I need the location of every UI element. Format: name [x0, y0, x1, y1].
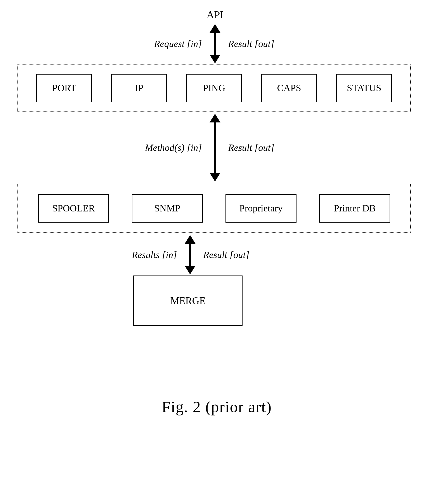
port-box: PORT — [36, 74, 92, 102]
status-box: STATUS — [336, 74, 392, 102]
methods-container: SPOOLER SNMP Proprietary Printer DB — [18, 184, 411, 233]
arrow2-left-label: Method(s) [in] — [145, 142, 202, 153]
ping-box: PING — [186, 74, 242, 102]
arrow3-right-label: Result [out] — [203, 249, 249, 261]
proprietary-box: Proprietary — [226, 194, 297, 223]
spooler-box: SPOOLER — [38, 194, 109, 223]
printerdb-box: Printer DB — [319, 194, 390, 223]
ip-box: IP — [111, 74, 167, 102]
arrow-bottom-to-merge: Results [in] Result [out] — [188, 235, 192, 274]
double-arrow-icon — [213, 114, 217, 181]
figure-caption: Fig. 2 (prior art) — [162, 398, 272, 416]
arrow-top-to-bottom: Method(s) [in] Result [out] — [213, 114, 217, 181]
arrow1-right-label: Result [out] — [228, 38, 274, 49]
snmp-box: SNMP — [132, 194, 203, 223]
merge-box: MERGE — [133, 276, 243, 326]
caps-box: CAPS — [261, 74, 317, 102]
arrow1-left-label: Request [in] — [154, 38, 202, 49]
double-arrow-icon — [188, 235, 192, 274]
api-label: API — [206, 9, 223, 21]
arrow3-left-label: Results [in] — [132, 249, 177, 261]
arrow-api-to-top: Request [in] Result [out] — [213, 24, 217, 63]
request-types-container: PORT IP PING CAPS STATUS — [18, 64, 411, 111]
double-arrow-icon — [213, 24, 217, 63]
arrow2-right-label: Result [out] — [228, 142, 274, 153]
